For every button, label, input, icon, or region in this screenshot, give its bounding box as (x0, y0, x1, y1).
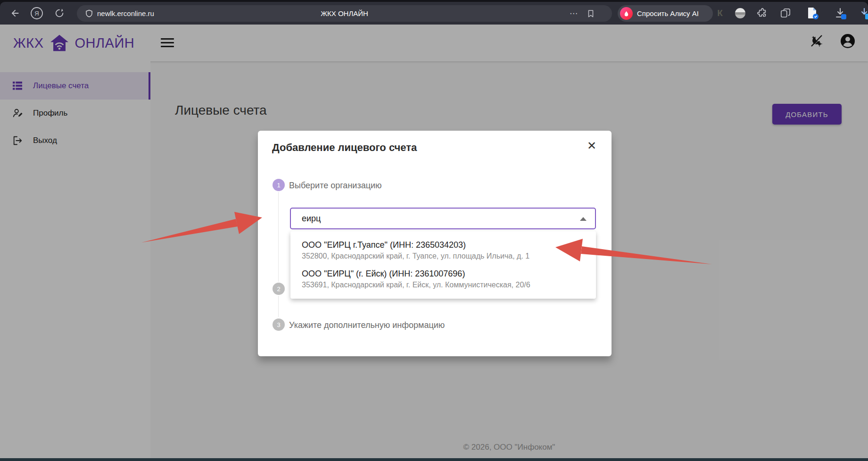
ask-alice-button[interactable]: Спросить Алису AI (618, 5, 713, 22)
collections-icon[interactable] (778, 2, 793, 25)
page-title-in-bar: ЖКХ ОНЛАЙН (77, 9, 612, 17)
extension-k-icon[interactable]: К (713, 2, 727, 25)
downloads-icon[interactable] (831, 2, 850, 25)
yandex-browser-icon[interactable]: Я (28, 2, 45, 25)
back-icon[interactable] (8, 2, 23, 25)
step-connector (278, 296, 279, 317)
browser-toolbar: Я newlk.erconline.ru ЖКХ ОНЛАЙН ⋯ Спроси… (0, 2, 868, 25)
screenshot-root: Я newlk.erconline.ru ЖКХ ОНЛАЙН ⋯ Спроси… (0, 0, 868, 461)
bookmark-icon[interactable] (587, 9, 595, 18)
step-1-label: Выберите организацию (289, 181, 382, 191)
reload-icon[interactable] (51, 2, 68, 25)
address-bar-more-icon[interactable]: ⋯ (570, 8, 578, 18)
svg-text:Я: Я (34, 10, 39, 17)
organization-option-address: 352800, Краснодарский край, г. Туапсе, у… (302, 251, 585, 261)
organization-option-address: 353691, Краснодарский край, г. Ейск, ул.… (302, 280, 585, 290)
organization-search-input[interactable] (290, 208, 596, 229)
alice-icon (620, 7, 633, 20)
step-connector (278, 192, 279, 282)
step-3-badge: 3 (273, 319, 285, 331)
organization-option-title: ООО "ЕИРЦ г.Туапсе" (ИНН: 2365034203) (302, 239, 585, 251)
organization-option-title: ООО "ЕИРЦ" (г. Ейск) (ИНН: 2361007696) (302, 268, 585, 280)
step-2-badge: 2 (273, 283, 285, 295)
close-icon[interactable]: ✕ (587, 140, 596, 151)
step-3-label: Укажите дополнительную информацию (289, 320, 445, 330)
step-1-badge: 1 (273, 179, 285, 191)
window-bottom-edge (0, 458, 868, 461)
clipped-edge-icon[interactable] (859, 2, 868, 25)
extensions-puzzle-icon[interactable] (755, 2, 769, 25)
alice-label: Спросить Алису AI (637, 9, 699, 17)
extension-sphere-icon[interactable] (734, 2, 747, 25)
dialog-title: Добавление лицевого счета (272, 142, 417, 154)
organization-options-list: ООО "ЕИРЦ г.Туапсе" (ИНН: 2365034203) 35… (290, 231, 596, 299)
document-verified-icon[interactable] (803, 2, 822, 25)
address-bar[interactable]: newlk.erconline.ru ЖКХ ОНЛАЙН ⋯ (77, 5, 612, 22)
organization-option[interactable]: ООО "ЕИРЦ" (г. Ейск) (ИНН: 2361007696) 3… (290, 264, 596, 293)
dropdown-collapse-icon[interactable] (580, 217, 587, 221)
organization-option[interactable]: ООО "ЕИРЦ г.Туапсе" (ИНН: 2365034203) 35… (290, 235, 596, 264)
